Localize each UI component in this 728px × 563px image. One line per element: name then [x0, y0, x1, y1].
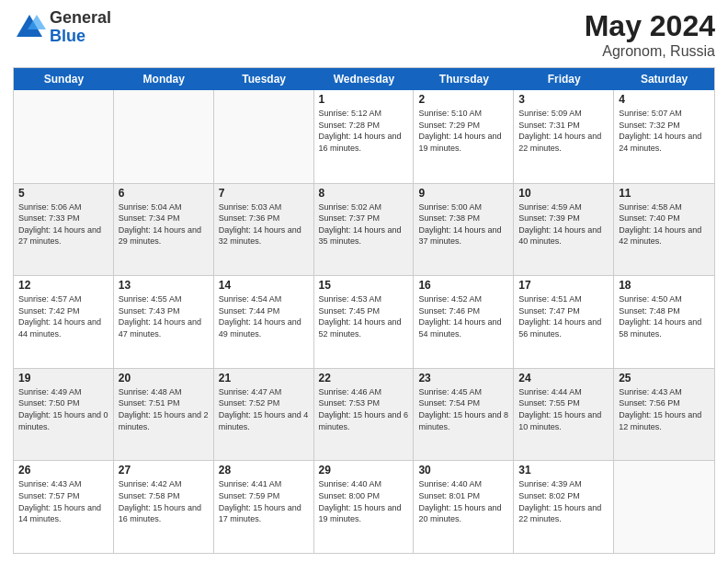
- cell-info: Sunrise: 4:43 AM Sunset: 7:56 PM Dayligh…: [619, 386, 710, 432]
- cell-info: Sunrise: 5:07 AM Sunset: 7:32 PM Dayligh…: [619, 108, 710, 154]
- calendar-cell-3: 3Sunrise: 5:09 AM Sunset: 7:31 PM Daylig…: [514, 90, 614, 183]
- calendar-cell-22: 22Sunrise: 4:46 AM Sunset: 7:53 PM Dayli…: [314, 369, 415, 461]
- cell-info: Sunrise: 4:50 AM Sunset: 7:48 PM Dayligh…: [619, 293, 710, 339]
- cell-info: Sunrise: 4:58 AM Sunset: 7:40 PM Dayligh…: [619, 201, 710, 247]
- cell-info: Sunrise: 5:00 AM Sunset: 7:38 PM Dayligh…: [418, 201, 508, 247]
- cell-info: Sunrise: 5:12 AM Sunset: 7:28 PM Dayligh…: [319, 108, 409, 154]
- cell-info: Sunrise: 4:57 AM Sunset: 7:42 PM Dayligh…: [18, 293, 108, 339]
- header-day-monday: Monday: [114, 68, 214, 90]
- calendar-header: SundayMondayTuesdayWednesdayThursdayFrid…: [14, 68, 714, 90]
- cell-info: Sunrise: 4:43 AM Sunset: 7:57 PM Dayligh…: [18, 478, 108, 524]
- cell-date: 27: [119, 464, 209, 477]
- cell-date: 10: [518, 187, 609, 200]
- page: General Blue May 2024 Agronom, Russia Su…: [0, 0, 728, 563]
- cell-date: 15: [319, 279, 409, 292]
- cell-date: 21: [219, 372, 309, 385]
- cell-info: Sunrise: 4:49 AM Sunset: 7:50 PM Dayligh…: [18, 386, 108, 432]
- calendar-row-0: 1Sunrise: 5:12 AM Sunset: 7:28 PM Daylig…: [14, 90, 714, 183]
- calendar-cell-31: 31Sunrise: 4:39 AM Sunset: 8:02 PM Dayli…: [514, 461, 614, 553]
- cell-date: 25: [619, 372, 710, 385]
- calendar-cell-17: 17Sunrise: 4:51 AM Sunset: 7:47 PM Dayli…: [514, 276, 614, 368]
- logo-text: General Blue: [50, 9, 111, 46]
- cell-date: 11: [619, 187, 710, 200]
- header-day-thursday: Thursday: [414, 68, 514, 90]
- cell-date: 9: [418, 187, 508, 200]
- calendar-cell-empty-0-0: [14, 90, 114, 183]
- cell-date: 19: [18, 372, 108, 385]
- cell-date: 20: [119, 372, 209, 385]
- cell-info: Sunrise: 4:47 AM Sunset: 7:52 PM Dayligh…: [219, 386, 309, 432]
- calendar-cell-empty-0-2: [214, 90, 314, 183]
- calendar-cell-12: 12Sunrise: 4:57 AM Sunset: 7:42 PM Dayli…: [14, 276, 114, 368]
- cell-date: 17: [518, 279, 609, 292]
- cell-info: Sunrise: 4:48 AM Sunset: 7:51 PM Dayligh…: [119, 386, 209, 432]
- cell-date: 14: [219, 279, 309, 292]
- cell-date: 13: [119, 279, 209, 292]
- header-day-friday: Friday: [514, 68, 614, 90]
- calendar-cell-4: 4Sunrise: 5:07 AM Sunset: 7:32 PM Daylig…: [614, 90, 714, 183]
- header-day-wednesday: Wednesday: [314, 68, 415, 90]
- calendar-cell-2: 2Sunrise: 5:10 AM Sunset: 7:29 PM Daylig…: [414, 90, 514, 183]
- cell-info: Sunrise: 5:10 AM Sunset: 7:29 PM Dayligh…: [418, 108, 508, 154]
- header-day-saturday: Saturday: [614, 68, 714, 90]
- cell-date: 26: [18, 464, 108, 477]
- calendar-cell-8: 8Sunrise: 5:02 AM Sunset: 7:37 PM Daylig…: [314, 184, 415, 276]
- cell-info: Sunrise: 5:06 AM Sunset: 7:33 PM Dayligh…: [18, 201, 108, 247]
- calendar-cell-19: 19Sunrise: 4:49 AM Sunset: 7:50 PM Dayli…: [14, 369, 114, 461]
- cell-date: 18: [619, 279, 710, 292]
- calendar-cell-5: 5Sunrise: 5:06 AM Sunset: 7:33 PM Daylig…: [14, 184, 114, 276]
- title-location: Agronom, Russia: [585, 43, 715, 60]
- calendar: SundayMondayTuesdayWednesdayThursdayFrid…: [13, 67, 715, 554]
- cell-date: 12: [18, 279, 108, 292]
- cell-info: Sunrise: 4:42 AM Sunset: 7:58 PM Dayligh…: [119, 478, 209, 524]
- cell-date: 2: [418, 93, 508, 106]
- calendar-cell-30: 30Sunrise: 4:40 AM Sunset: 8:01 PM Dayli…: [414, 461, 514, 553]
- cell-date: 24: [518, 372, 609, 385]
- calendar-cell-23: 23Sunrise: 4:45 AM Sunset: 7:54 PM Dayli…: [414, 369, 514, 461]
- cell-date: 16: [418, 279, 508, 292]
- cell-info: Sunrise: 4:55 AM Sunset: 7:43 PM Dayligh…: [119, 293, 209, 339]
- header-day-tuesday: Tuesday: [214, 68, 314, 90]
- cell-info: Sunrise: 4:51 AM Sunset: 7:47 PM Dayligh…: [518, 293, 609, 339]
- calendar-cell-21: 21Sunrise: 4:47 AM Sunset: 7:52 PM Dayli…: [214, 369, 314, 461]
- title-block: May 2024 Agronom, Russia: [585, 9, 715, 60]
- calendar-cell-7: 7Sunrise: 5:03 AM Sunset: 7:36 PM Daylig…: [214, 184, 314, 276]
- cell-date: 1: [319, 93, 409, 106]
- calendar-cell-empty-4-6: [614, 461, 714, 553]
- cell-date: 3: [518, 93, 609, 106]
- calendar-row-3: 19Sunrise: 4:49 AM Sunset: 7:50 PM Dayli…: [14, 368, 714, 461]
- header: General Blue May 2024 Agronom, Russia: [13, 9, 715, 60]
- cell-date: 22: [319, 372, 409, 385]
- calendar-cell-10: 10Sunrise: 4:59 AM Sunset: 7:39 PM Dayli…: [514, 184, 614, 276]
- cell-info: Sunrise: 4:41 AM Sunset: 7:59 PM Dayligh…: [219, 478, 309, 524]
- cell-date: 31: [518, 464, 609, 477]
- cell-info: Sunrise: 4:40 AM Sunset: 8:01 PM Dayligh…: [418, 478, 508, 524]
- calendar-cell-24: 24Sunrise: 4:44 AM Sunset: 7:55 PM Dayli…: [514, 369, 614, 461]
- calendar-cell-6: 6Sunrise: 5:04 AM Sunset: 7:34 PM Daylig…: [114, 184, 214, 276]
- calendar-cell-14: 14Sunrise: 4:54 AM Sunset: 7:44 PM Dayli…: [214, 276, 314, 368]
- calendar-cell-15: 15Sunrise: 4:53 AM Sunset: 7:45 PM Dayli…: [314, 276, 415, 368]
- calendar-cell-27: 27Sunrise: 4:42 AM Sunset: 7:58 PM Dayli…: [114, 461, 214, 553]
- cell-info: Sunrise: 4:53 AM Sunset: 7:45 PM Dayligh…: [319, 293, 409, 339]
- cell-info: Sunrise: 5:04 AM Sunset: 7:34 PM Dayligh…: [119, 201, 209, 247]
- cell-date: 5: [18, 187, 108, 200]
- logo-general: General: [50, 9, 111, 28]
- cell-info: Sunrise: 4:39 AM Sunset: 8:02 PM Dayligh…: [518, 478, 609, 524]
- calendar-row-4: 26Sunrise: 4:43 AM Sunset: 7:57 PM Dayli…: [14, 460, 714, 553]
- calendar-row-2: 12Sunrise: 4:57 AM Sunset: 7:42 PM Dayli…: [14, 275, 714, 368]
- cell-date: 28: [219, 464, 309, 477]
- title-month: May 2024: [585, 9, 715, 43]
- cell-info: Sunrise: 5:09 AM Sunset: 7:31 PM Dayligh…: [518, 108, 609, 154]
- cell-info: Sunrise: 4:54 AM Sunset: 7:44 PM Dayligh…: [219, 293, 309, 339]
- cell-date: 7: [219, 187, 309, 200]
- cell-info: Sunrise: 4:46 AM Sunset: 7:53 PM Dayligh…: [319, 386, 409, 432]
- logo-icon: [13, 11, 46, 44]
- calendar-cell-9: 9Sunrise: 5:00 AM Sunset: 7:38 PM Daylig…: [414, 184, 514, 276]
- cell-date: 23: [418, 372, 508, 385]
- calendar-cell-28: 28Sunrise: 4:41 AM Sunset: 7:59 PM Dayli…: [214, 461, 314, 553]
- logo-blue: Blue: [50, 28, 111, 46]
- calendar-row-1: 5Sunrise: 5:06 AM Sunset: 7:33 PM Daylig…: [14, 183, 714, 276]
- cell-info: Sunrise: 5:02 AM Sunset: 7:37 PM Dayligh…: [319, 201, 409, 247]
- logo: General Blue: [13, 9, 111, 46]
- cell-info: Sunrise: 4:40 AM Sunset: 8:00 PM Dayligh…: [319, 478, 409, 524]
